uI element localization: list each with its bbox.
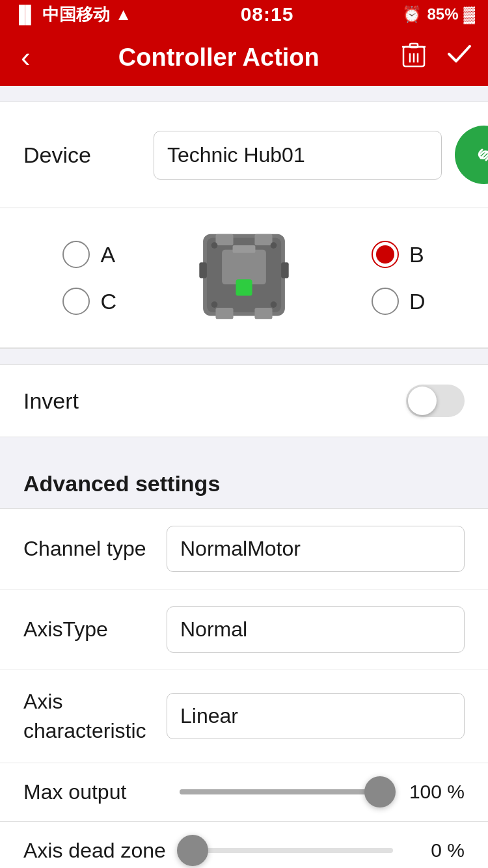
svg-rect-12 (254, 308, 272, 319)
port-b-radio[interactable] (372, 241, 399, 268)
carrier-name: 中国移动 (42, 3, 110, 26)
toggle-knob (408, 387, 437, 415)
invert-toggle[interactable] (406, 385, 465, 417)
nav-icons (402, 42, 472, 74)
svg-point-21 (271, 301, 277, 308)
axis-dead-zone-thumb (177, 835, 208, 866)
svg-rect-10 (254, 234, 272, 245)
axis-type-row: AxisType Normal (0, 590, 488, 670)
max-output-value: 100 % (406, 781, 465, 803)
hub-image (195, 228, 293, 328)
signal-icon: ▐▌ (13, 5, 37, 25)
device-row: Device (0, 102, 488, 208)
advanced-settings-header: Advanced settings (0, 453, 488, 503)
axis-dead-zone-value: 0 % (406, 839, 465, 861)
axis-characteristic-row: Axischaracteristic Linear (0, 670, 488, 763)
channel-type-label: Channel type (23, 537, 167, 561)
max-output-label: Max output (23, 780, 167, 804)
device-label: Device (23, 142, 154, 168)
axis-dead-zone-slider[interactable] (180, 848, 393, 853)
wifi-icon: ▲ (115, 5, 132, 25)
channel-type-value[interactable]: NormalMotor (167, 526, 465, 572)
port-left: A C (62, 241, 116, 315)
axis-type-label: AxisType (23, 617, 167, 642)
page-title: Controller Action (36, 44, 402, 72)
back-button[interactable]: ‹ (16, 36, 36, 79)
status-bar: ▐▌ 中国移动 ▲ 08:15 ⏰ 85% ▓ (0, 0, 488, 29)
battery-icon: ▓ (463, 5, 475, 23)
device-input[interactable] (154, 131, 442, 180)
status-time: 08:15 (241, 3, 294, 25)
dead-zone-section: Axis dead zone 0 % (0, 822, 488, 868)
max-output-slider[interactable] (180, 789, 393, 794)
status-right: ⏰ 85% ▓ (402, 5, 475, 23)
svg-point-19 (271, 242, 277, 249)
max-output-fill (180, 789, 393, 794)
port-b-radio-inner (376, 245, 394, 264)
svg-rect-15 (222, 250, 266, 284)
advanced-settings-group: Channel type NormalMotor AxisType Normal… (0, 508, 488, 822)
svg-rect-16 (233, 245, 256, 253)
status-left: ▐▌ 中国移动 ▲ (13, 3, 132, 26)
port-right: B D (372, 241, 426, 315)
axis-type-value[interactable]: Normal (167, 606, 465, 653)
max-output-thumb (364, 776, 396, 807)
delete-button[interactable] (402, 42, 426, 74)
invert-section: Invert (0, 364, 488, 437)
svg-rect-13 (199, 262, 207, 278)
port-b-option[interactable]: B (372, 241, 426, 268)
advanced-settings-section: Advanced settings Channel type NormalMot… (0, 453, 488, 868)
link-button[interactable] (455, 126, 488, 184)
svg-rect-11 (215, 308, 233, 319)
svg-rect-17 (236, 279, 252, 295)
invert-label: Invert (23, 388, 79, 414)
port-b-label: B (409, 242, 424, 267)
battery-percent: 85% (427, 5, 458, 23)
confirm-button[interactable] (446, 44, 472, 72)
svg-rect-9 (215, 234, 233, 245)
port-a-label: A (100, 242, 115, 267)
content-area: Device A C (0, 102, 488, 868)
axis-dead-zone-row: Axis dead zone 0 % (0, 822, 488, 868)
axis-characteristic-value[interactable]: Linear (167, 693, 465, 739)
invert-row: Invert (0, 365, 488, 437)
port-d-option[interactable]: D (372, 288, 426, 315)
svg-rect-14 (281, 262, 289, 278)
max-output-row: Max output 100 % (0, 763, 488, 821)
port-a-radio[interactable] (62, 241, 90, 268)
axis-dead-zone-label: Axis dead zone (23, 839, 167, 863)
port-section: A C (0, 208, 488, 349)
port-c-option[interactable]: C (62, 288, 116, 315)
port-c-label: C (100, 289, 116, 314)
nav-bar: ‹ Controller Action (0, 29, 488, 86)
channel-type-row: Channel type NormalMotor (0, 509, 488, 590)
svg-point-18 (211, 242, 218, 249)
alarm-icon: ⏰ (402, 5, 422, 23)
axis-characteristic-label: Axischaracteristic (23, 687, 167, 746)
svg-point-20 (211, 301, 218, 308)
port-d-radio[interactable] (372, 288, 399, 315)
port-c-radio[interactable] (62, 288, 90, 315)
port-a-option[interactable]: A (62, 241, 116, 268)
port-options: A C (0, 208, 488, 348)
port-d-label: D (409, 289, 426, 314)
